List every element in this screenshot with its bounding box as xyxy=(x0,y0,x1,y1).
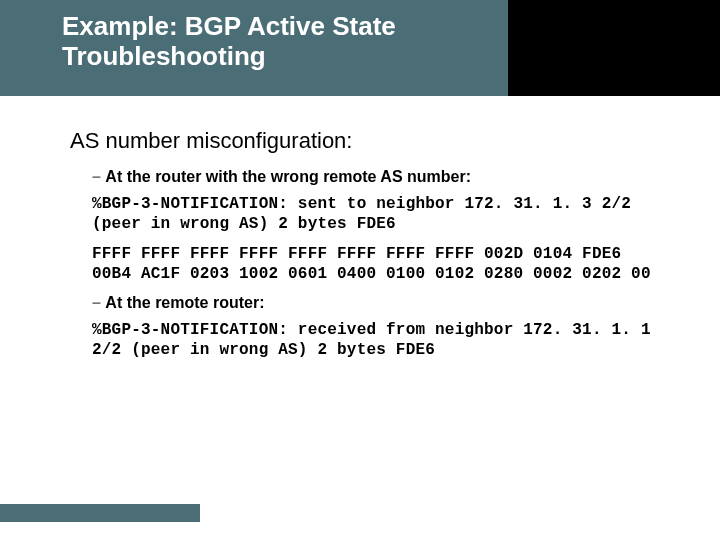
notification-received-block: %BGP-3-NOTIFICATION: received from neigh… xyxy=(92,320,670,360)
section-title: AS number misconfiguration: xyxy=(70,128,670,154)
header-band: Example: BGP Active State Troubleshootin… xyxy=(0,0,720,96)
dash-icon: – xyxy=(92,294,101,311)
bullet-2-text: At the remote router: xyxy=(105,294,264,311)
footer-accent-bar xyxy=(0,504,200,522)
hex-dump-block: FFFF FFFF FFFF FFFF FFFF FFFF FFFF FFFF … xyxy=(92,244,670,284)
bullet-item-1: – At the router with the wrong remote AS… xyxy=(92,168,670,186)
slide-title: Example: BGP Active State Troubleshootin… xyxy=(62,12,482,72)
bullet-1-text: At the router with the wrong remote AS n… xyxy=(105,168,471,185)
slide-content: AS number misconfiguration: – At the rou… xyxy=(70,128,670,370)
bullet-item-2: – At the remote router: xyxy=(92,294,670,312)
notification-sent-block: %BGP-3-NOTIFICATION: sent to neighbor 17… xyxy=(92,194,670,234)
dash-icon: – xyxy=(92,168,101,185)
